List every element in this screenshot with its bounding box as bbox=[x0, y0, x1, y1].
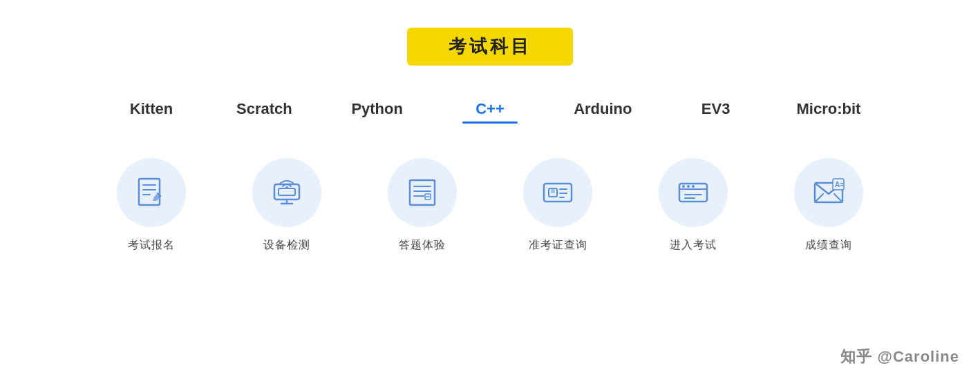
device-icon bbox=[269, 175, 305, 211]
page-title: 考试科目 bbox=[449, 36, 531, 57]
answer-icon bbox=[404, 175, 440, 211]
admission-circle bbox=[523, 158, 592, 227]
icon-item-enter-exam[interactable]: 进入考试 bbox=[652, 158, 735, 253]
svg-point-9 bbox=[285, 186, 288, 189]
tab-kitten[interactable]: Kitten bbox=[110, 100, 193, 124]
answer-demo-circle bbox=[388, 158, 457, 227]
tab-cpp[interactable]: C++ bbox=[449, 100, 531, 124]
tab-microbit[interactable]: Micro:bit bbox=[787, 100, 870, 124]
title-badge: 考试科目 bbox=[407, 28, 573, 66]
score-icon: A= bbox=[811, 175, 847, 211]
svg-point-26 bbox=[682, 185, 685, 188]
tab-arduino[interactable]: Arduino bbox=[561, 100, 644, 124]
svg-line-31 bbox=[834, 194, 842, 202]
icon-item-score-query[interactable]: A= 成绩查询 bbox=[787, 158, 870, 253]
svg-point-28 bbox=[692, 185, 695, 188]
device-check-circle bbox=[252, 158, 321, 227]
svg-rect-0 bbox=[139, 179, 160, 205]
enter-exam-label: 进入考试 bbox=[670, 238, 717, 253]
watermark: 知乎 @Caroline bbox=[840, 346, 959, 367]
icon-item-device-check[interactable]: 设备检测 bbox=[245, 158, 328, 253]
score-query-circle: A= bbox=[794, 158, 863, 227]
svg-rect-10 bbox=[410, 180, 435, 205]
card-icon bbox=[540, 175, 576, 211]
icon-grid: 考试报名 设备检测 bbox=[110, 158, 870, 253]
document-icon bbox=[133, 175, 169, 211]
exam-register-label: 考试报名 bbox=[128, 238, 175, 253]
score-query-label: 成绩查询 bbox=[805, 238, 852, 253]
exam-register-circle bbox=[117, 158, 186, 227]
tab-ev3[interactable]: EV3 bbox=[675, 100, 757, 124]
answer-demo-label: 答题体验 bbox=[399, 238, 446, 253]
svg-rect-6 bbox=[279, 188, 295, 195]
svg-point-18 bbox=[551, 189, 555, 193]
svg-point-27 bbox=[687, 185, 690, 188]
svg-line-30 bbox=[815, 194, 823, 202]
icon-item-exam-register[interactable]: 考试报名 bbox=[110, 158, 193, 253]
tab-python[interactable]: Python bbox=[336, 100, 419, 124]
tab-scratch[interactable]: Scratch bbox=[223, 100, 305, 124]
enter-exam-circle bbox=[659, 158, 728, 227]
icon-item-answer-demo[interactable]: 答题体验 bbox=[381, 158, 464, 253]
tab-nav: Kitten Scratch Python C++ Arduino EV3 Mi… bbox=[110, 100, 870, 124]
device-check-label: 设备检测 bbox=[263, 238, 310, 253]
admission-label: 准考证查询 bbox=[529, 238, 587, 253]
svg-text:A=: A= bbox=[835, 181, 844, 188]
page-wrapper: 考试科目 Kitten Scratch Python C++ Arduino E… bbox=[0, 0, 980, 381]
exam-icon bbox=[675, 175, 711, 211]
icon-item-admission[interactable]: 准考证查询 bbox=[516, 158, 599, 253]
